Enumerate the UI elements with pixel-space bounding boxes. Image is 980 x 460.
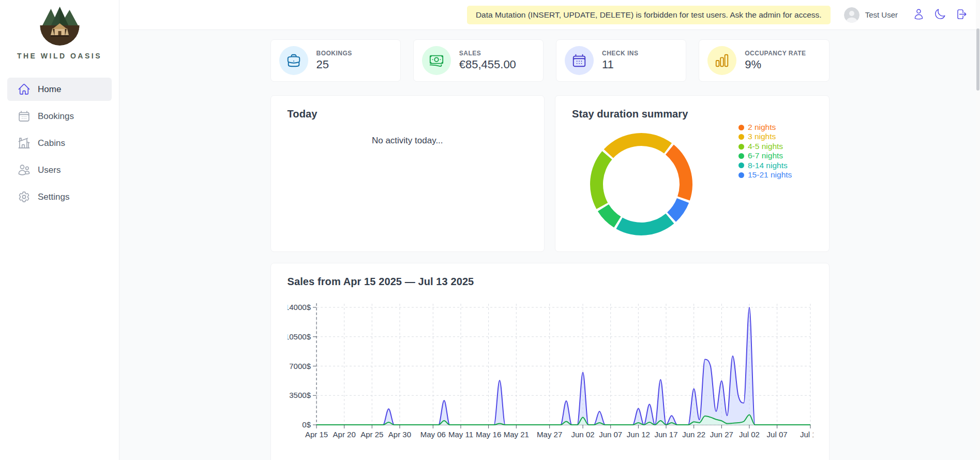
stat-label: Check ins xyxy=(602,50,639,57)
header-actions xyxy=(911,7,969,23)
y-axis-tick-label: 7000$ xyxy=(289,362,311,370)
stat-label: Occupancy rate xyxy=(745,50,806,57)
calendar-days-icon xyxy=(565,46,594,75)
legend-label: 6-7 nights xyxy=(748,151,783,160)
sidebar: THE WILD OASIS HomeBookingsCabinsUsersSe… xyxy=(0,0,119,460)
legend-label: 8-14 nights xyxy=(748,161,788,170)
banknotes-icon xyxy=(422,46,451,75)
sidebar-item-label: Home xyxy=(38,84,61,95)
dark-mode-toggle[interactable] xyxy=(932,7,947,23)
logout-icon xyxy=(955,8,967,22)
x-axis-tick-label: Jul 02 xyxy=(738,430,759,439)
calendar-icon xyxy=(18,110,31,123)
legend-dot xyxy=(738,125,744,130)
sales-chart-title: Sales from Apr 15 2025 — Jul 13 2025 xyxy=(288,276,812,288)
legend-dot xyxy=(738,153,744,159)
sidebar-item-label: Cabins xyxy=(38,138,65,149)
sidebar-item-home[interactable]: Home xyxy=(7,78,112,101)
sidebar-item-settings[interactable]: Settings xyxy=(7,185,112,209)
x-axis-tick-label: Apr 20 xyxy=(333,430,355,439)
sidebar-item-users[interactable]: Users xyxy=(7,158,112,182)
x-axis-tick-label: Apr 30 xyxy=(388,430,411,439)
avatar xyxy=(844,7,860,23)
donut-segment-2-nights[interactable] xyxy=(666,145,692,201)
y-axis-tick-label: 3500$ xyxy=(289,391,311,399)
stay-duration-donut-chart[interactable] xyxy=(584,127,698,241)
legend-item: 15-21 nights xyxy=(738,170,792,180)
y-axis-tick-label: 0$ xyxy=(302,420,311,429)
test-user-warning-banner: Data Mutation (INSERT, UPDATE, DELETE) i… xyxy=(467,6,831,24)
app-logo xyxy=(35,4,85,46)
today-title: Today xyxy=(288,108,528,120)
sidebar-item-label: Users xyxy=(38,165,61,175)
chart-bar-icon xyxy=(707,46,736,75)
stat-card-sales: Sales€85,455.00 xyxy=(413,39,544,82)
stat-label: Bookings xyxy=(316,50,352,57)
x-axis-tick-label: Jul 07 xyxy=(766,430,787,439)
main-column: Data Mutation (INSERT, UPDATE, DELETE) i… xyxy=(119,0,980,460)
sidebar-item-cabins[interactable]: Cabins xyxy=(7,131,112,155)
briefcase-icon xyxy=(279,46,308,75)
legend-dot xyxy=(738,162,744,168)
user-icon xyxy=(913,8,925,22)
cabin-icon xyxy=(18,137,31,150)
scrollbar[interactable] xyxy=(976,0,980,460)
stay-duration-panel: Stay duration summary 2 nights3 nights4-… xyxy=(555,95,830,252)
legend-label: 4-5 nights xyxy=(748,142,783,151)
legend-dot xyxy=(738,172,744,178)
stat-value: 25 xyxy=(316,58,352,71)
y-axis-tick-label: 14000$ xyxy=(288,303,311,311)
stats-row: Bookings25Sales€85,455.00Check ins11Occu… xyxy=(270,39,830,82)
users-icon xyxy=(18,164,31,176)
legend-label: 3 nights xyxy=(748,132,776,141)
donut-segment-15-21-nights[interactable] xyxy=(667,198,689,222)
x-axis-tick-label: Apr 15 xyxy=(305,430,327,439)
sales-chart-panel: Sales from Apr 15 2025 — Jul 13 2025 0$3… xyxy=(270,263,830,460)
x-axis-tick-label: Jun 12 xyxy=(626,430,650,439)
sidebar-item-bookings[interactable]: Bookings xyxy=(7,105,112,128)
sidebar-item-label: Bookings xyxy=(38,111,74,122)
today-empty-message: No activity today... xyxy=(288,136,528,146)
donut-segment-8-14-nights[interactable] xyxy=(616,214,674,235)
moon-icon xyxy=(934,8,946,22)
legend-dot xyxy=(738,144,744,150)
scrollbar-thumb[interactable] xyxy=(976,28,979,91)
stat-value: €85,455.00 xyxy=(459,58,516,71)
today-panel: Today No activity today... xyxy=(270,95,545,252)
sales-area-chart[interactable]: 0$3500$7000$10500$14000$Apr 15Apr 20Apr … xyxy=(288,297,813,444)
stat-value: 11 xyxy=(602,58,639,71)
x-axis-tick-label: Jun 07 xyxy=(599,430,622,439)
stay-duration-title: Stay duration summary xyxy=(572,108,812,120)
legend-dot xyxy=(738,134,744,140)
logout-button[interactable] xyxy=(954,7,969,23)
stay-duration-legend: 2 nights3 nights4-5 nights6-7 nights8-14… xyxy=(738,123,792,180)
brand-name: THE WILD OASIS xyxy=(0,52,119,60)
user-block: Test User xyxy=(844,7,898,23)
legend-item: 2 nights xyxy=(738,123,792,132)
account-button[interactable] xyxy=(911,7,926,23)
x-axis-tick-label: Jun 22 xyxy=(682,430,705,439)
stat-card-occupancy-rate: Occupancy rate9% xyxy=(699,39,829,82)
x-axis-tick-label: Jun 27 xyxy=(710,430,733,439)
donut-segment-3-nights[interactable] xyxy=(604,133,672,158)
user-name: Test User xyxy=(865,10,898,19)
app-root: THE WILD OASIS HomeBookingsCabinsUsersSe… xyxy=(0,0,980,460)
gear-icon xyxy=(18,190,31,203)
legend-item: 8-14 nights xyxy=(738,161,792,170)
main-content: Bookings25Sales€85,455.00Check ins11Occu… xyxy=(119,30,980,460)
x-axis-tick-label: May 06 xyxy=(420,430,445,439)
x-axis-tick-label: Jul 13 xyxy=(800,430,813,439)
x-axis-tick-label: Jun 17 xyxy=(654,430,677,439)
donut-segment-6-7-nights[interactable] xyxy=(598,204,621,228)
sidebar-item-label: Settings xyxy=(38,192,69,202)
legend-label: 2 nights xyxy=(748,123,776,132)
x-axis-tick-label: May 27 xyxy=(537,430,562,439)
y-axis-tick-label: 10500$ xyxy=(288,332,311,341)
stat-label: Sales xyxy=(459,50,516,57)
home-icon xyxy=(18,83,31,96)
donut-segment-4-5-nights[interactable] xyxy=(590,151,612,209)
legend-item: 3 nights xyxy=(738,132,792,141)
header: Data Mutation (INSERT, UPDATE, DELETE) i… xyxy=(119,0,980,30)
legend-item: 4-5 nights xyxy=(738,142,792,151)
sidebar-nav: HomeBookingsCabinsUsersSettings xyxy=(0,78,119,209)
